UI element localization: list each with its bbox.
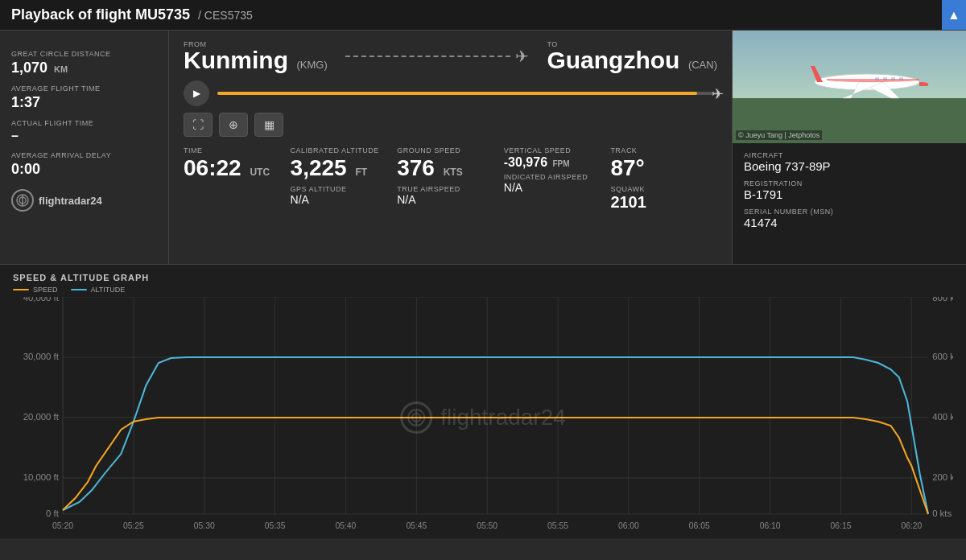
altitude-line bbox=[63, 357, 928, 514]
speed-line bbox=[63, 418, 928, 514]
true-as-label: TRUE AIRSPEED bbox=[397, 185, 496, 193]
control-buttons: ⛶ ⊕ ▦ bbox=[184, 113, 717, 137]
svg-text:200 kts: 200 kts bbox=[932, 472, 953, 482]
svg-text:06:00: 06:00 bbox=[618, 521, 639, 530]
gps-alt-label: GPS ALTITUDE bbox=[291, 185, 390, 193]
fr24-logo: flightradar24 bbox=[11, 189, 102, 212]
route-dotted-line bbox=[345, 56, 511, 57]
cal-alt-label: CALIBRATED ALTITUDE bbox=[291, 146, 390, 154]
speed-legend-label: SPEED bbox=[33, 286, 58, 294]
time-label: TIME bbox=[184, 146, 283, 154]
speed-value: 376 KTS bbox=[397, 154, 496, 182]
aircraft-value: Boeing 737-89P bbox=[744, 159, 955, 173]
ind-as-value: N/A bbox=[504, 181, 603, 194]
registration-row: REGISTRATION B-1791 bbox=[744, 179, 955, 201]
page-subtitle: / CES5735 bbox=[198, 9, 253, 22]
altitude-legend-label: ALTITUDE bbox=[91, 286, 126, 294]
top-bar: Playback of flight MU5735 / CES5735 ▲ bbox=[0, 0, 966, 31]
svg-text:20,000 ft: 20,000 ft bbox=[23, 412, 60, 422]
registration-value: B-1791 bbox=[744, 187, 955, 201]
left-panel: GREAT CIRCLE DISTANCE 1,070 KM AVERAGE F… bbox=[0, 31, 169, 264]
actual-flight-label: ACTUAL FLIGHT TIME bbox=[11, 119, 157, 127]
serial-row: SERIAL NUMBER (MSN) 41474 bbox=[744, 208, 955, 229]
svg-text:05:50: 05:50 bbox=[477, 521, 497, 530]
svg-text:400 kts: 400 kts bbox=[932, 412, 953, 422]
graph-legend: SPEED ALTITUDE bbox=[13, 286, 953, 294]
chart-button[interactable]: ▦ bbox=[254, 113, 283, 137]
speed-label: GROUND SPEED bbox=[397, 146, 496, 154]
fr24-logo-icon bbox=[11, 189, 34, 212]
distance-label: GREAT CIRCLE DISTANCE bbox=[11, 50, 157, 58]
aircraft-photo: © Jueyu Tang | Jetphotos bbox=[733, 31, 966, 143]
progress-bar[interactable]: ✈ bbox=[217, 92, 717, 95]
track-squawk-col: TRACK 87° SQUAWK 2101 bbox=[610, 146, 717, 212]
graph-container: flightradar24 40,000 ft 30,0 bbox=[13, 297, 953, 538]
avg-flight-value: 1:37 bbox=[11, 94, 157, 111]
svg-text:0 ft: 0 ft bbox=[46, 509, 60, 518]
svg-text:800 kts: 800 kts bbox=[932, 297, 953, 303]
distance-value: 1,070 KM bbox=[11, 60, 157, 76]
svg-text:40,000 ft: 40,000 ft bbox=[23, 297, 60, 303]
main-content: GREAT CIRCLE DISTANCE 1,070 KM AVERAGE F… bbox=[0, 31, 966, 264]
gps-alt-value: N/A bbox=[291, 193, 390, 206]
progress-fill bbox=[217, 92, 697, 95]
telemetry-row: TIME 06:22 UTC CALIBRATED ALTITUDE 3,225… bbox=[184, 146, 717, 212]
ind-as-label: INDICATED AIRSPEED bbox=[504, 173, 603, 181]
graph-title: SPEED & ALTITUDE GRAPH bbox=[13, 273, 953, 282]
aircraft-details: AIRCRAFT Boeing 737-89P REGISTRATION B-1… bbox=[733, 143, 966, 264]
route-row: FROM Kunming (KMG) ✈ TO Guangzhou (CAN) bbox=[184, 40, 717, 72]
photo-credit: © Jueyu Tang | Jetphotos bbox=[736, 130, 822, 140]
from-city: Kunming bbox=[184, 47, 288, 73]
svg-text:05:25: 05:25 bbox=[123, 521, 144, 530]
altitude-legend: ALTITUDE bbox=[71, 286, 126, 294]
to-city: Guangzhou bbox=[547, 47, 679, 73]
speed-col: GROUND SPEED 376 KTS TRUE AIRSPEED N/A bbox=[397, 146, 504, 212]
vert-speed-label: VERTICAL SPEED bbox=[504, 146, 603, 154]
svg-text:05:20: 05:20 bbox=[52, 521, 73, 530]
squawk-value: 2101 bbox=[610, 193, 709, 212]
progress-plane-icon: ✈ bbox=[712, 85, 724, 103]
graph-area: SPEED & ALTITUDE GRAPH SPEED ALTITUDE fl… bbox=[0, 264, 966, 538]
svg-text:05:45: 05:45 bbox=[406, 521, 427, 530]
track-label: TRACK bbox=[610, 146, 709, 154]
svg-text:05:40: 05:40 bbox=[336, 521, 357, 530]
plane-image bbox=[803, 58, 931, 109]
crosshair-button[interactable]: ⊕ bbox=[219, 113, 248, 137]
svg-text:06:10: 06:10 bbox=[760, 521, 781, 530]
actual-flight-value: – bbox=[11, 129, 157, 143]
graph-svg: 40,000 ft 30,000 ft 20,000 ft 10,000 ft … bbox=[13, 297, 953, 538]
svg-text:06:20: 06:20 bbox=[901, 521, 922, 530]
avg-flight-label: AVERAGE FLIGHT TIME bbox=[11, 84, 157, 93]
time-col: TIME 06:22 UTC bbox=[184, 146, 291, 212]
to-code: (CAN) bbox=[688, 59, 717, 71]
speed-legend: SPEED bbox=[13, 286, 58, 294]
serial-value: 41474 bbox=[744, 216, 955, 229]
logo-text: flightradar24 bbox=[39, 195, 102, 207]
cal-alt-col: CALIBRATED ALTITUDE 3,225 FT GPS ALTITUD… bbox=[291, 146, 398, 212]
altitude-legend-color bbox=[71, 289, 87, 290]
svg-text:05:30: 05:30 bbox=[194, 521, 215, 530]
cal-alt-value: 3,225 FT bbox=[291, 154, 390, 182]
serial-label: SERIAL NUMBER (MSN) bbox=[744, 208, 955, 216]
play-button[interactable]: ▶ bbox=[184, 80, 209, 106]
scroll-button[interactable]: ▲ bbox=[942, 0, 966, 30]
arrow-plane-icon: ✈ bbox=[515, 47, 529, 66]
svg-marker-6 bbox=[811, 66, 823, 82]
from-code: (KMG) bbox=[296, 59, 327, 71]
middle-panel: FROM Kunming (KMG) ✈ TO Guangzhou (CAN) … bbox=[169, 31, 733, 264]
registration-label: REGISTRATION bbox=[744, 179, 955, 187]
avg-delay-label: AVERAGE ARRIVAL DELAY bbox=[11, 151, 157, 159]
svg-text:600 kts: 600 kts bbox=[932, 352, 953, 361]
avg-delay-value: 0:00 bbox=[11, 161, 157, 178]
time-value: 06:22 UTC bbox=[184, 154, 283, 182]
playback-row: ▶ ✈ bbox=[184, 80, 717, 106]
route-arrow: ✈ bbox=[339, 47, 536, 72]
speed-legend-color bbox=[13, 289, 29, 290]
aircraft-type-row: AIRCRAFT Boeing 737-89P bbox=[744, 151, 955, 173]
aircraft-label: AIRCRAFT bbox=[744, 151, 955, 159]
track-value: 87° bbox=[610, 154, 709, 182]
svg-text:05:35: 05:35 bbox=[265, 521, 286, 530]
svg-text:06:15: 06:15 bbox=[831, 521, 852, 530]
expand-button[interactable]: ⛶ bbox=[184, 113, 213, 137]
svg-text:0 kts: 0 kts bbox=[932, 509, 952, 518]
